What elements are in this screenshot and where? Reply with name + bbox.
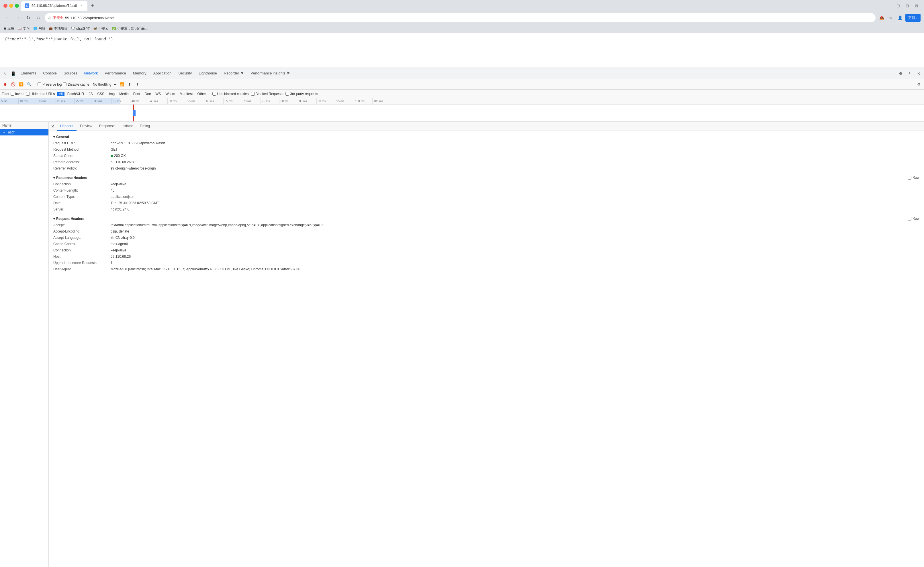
devtools-tab-memory[interactable]: Memory xyxy=(129,68,150,80)
detail-tab-initiator[interactable]: Initiator xyxy=(118,122,136,131)
detail-tab-headers[interactable]: Headers xyxy=(57,122,77,131)
clear-button[interactable]: 🚫 xyxy=(10,81,17,88)
bookmark-apps[interactable]: ▣ 应用 xyxy=(3,26,14,31)
disable-cache-checkbox[interactable]: Disable cache xyxy=(63,82,89,87)
bookmark-local[interactable]: 💼 本地项目 xyxy=(49,26,68,31)
bookmark-website[interactable]: 🌐 网站 xyxy=(33,26,45,31)
request-headers-raw-input[interactable] xyxy=(907,217,911,220)
filter-type-img[interactable]: Img xyxy=(107,92,116,96)
filter-type-font[interactable]: Font xyxy=(132,92,142,96)
address-input-wrap[interactable]: ⚠ 不安全 59.110.68.26/api/demo/1/asdf xyxy=(45,13,876,22)
reload-button[interactable]: ↻ xyxy=(24,14,32,22)
filter-type-media[interactable]: Media xyxy=(117,92,130,96)
update-button[interactable]: 更新 ↓ xyxy=(905,14,921,22)
search-button[interactable]: 🔍 xyxy=(26,81,33,88)
devtools-tab-recorder[interactable]: Recorder ⚑ xyxy=(220,68,247,80)
devtools-cursor-icon[interactable]: ↖ xyxy=(1,70,9,78)
devtools-tab-application[interactable]: Application xyxy=(150,68,175,80)
request-headers-raw-checkbox[interactable]: Raw xyxy=(907,216,919,220)
tab-close-button[interactable]: × xyxy=(80,3,84,8)
hide-data-checkbox[interactable]: Hide data URLs xyxy=(26,92,55,96)
filter-type-other[interactable]: Other xyxy=(196,92,208,96)
window-maximize-button[interactable]: ⊡ xyxy=(903,2,911,10)
devtools-tab-perf-insights[interactable]: Performance insights ⚑ xyxy=(247,68,293,80)
hide-data-input[interactable] xyxy=(26,92,30,96)
devtools-close-button[interactable]: ✕ xyxy=(915,70,923,78)
response-headers-raw-checkbox[interactable]: Raw xyxy=(907,176,919,180)
local-icon: 💼 xyxy=(49,27,53,30)
devtools-more-button[interactable]: ⋮ xyxy=(906,70,914,78)
has-blocked-cookies-input[interactable] xyxy=(212,92,216,96)
connection-key: Connection: xyxy=(53,182,111,187)
response-headers-section-header[interactable]: Response Headers xyxy=(53,174,87,181)
devtools-tab-sources[interactable]: Sources xyxy=(60,68,81,80)
network-settings-button[interactable]: ⚙ xyxy=(915,81,922,88)
request-headers-section-header[interactable]: Request Headers xyxy=(53,215,84,222)
window-close-button[interactable]: ⊠ xyxy=(912,2,921,10)
back-button[interactable]: ← xyxy=(3,14,12,22)
request-headers-raw-label: Raw xyxy=(912,216,919,220)
close-traffic-light[interactable] xyxy=(3,4,8,8)
throttle-select[interactable]: No throttling xyxy=(90,82,117,87)
request-headers-section-title-row: Request Headers Raw xyxy=(53,215,919,222)
filter-type-doc[interactable]: Doc xyxy=(143,92,152,96)
response-headers-raw-input[interactable] xyxy=(907,176,911,180)
detail-tab-timing[interactable]: Timing xyxy=(136,122,153,131)
devtools-tab-performance[interactable]: Performance xyxy=(101,68,129,80)
invert-checkbox[interactable]: Invert xyxy=(11,92,24,96)
status-code-key: Status Code: xyxy=(53,153,111,158)
blocked-requests-checkbox[interactable]: Blocked Requests xyxy=(251,92,283,96)
home-button[interactable]: ⌂ xyxy=(35,14,42,22)
bookmark-button[interactable]: ☆ xyxy=(887,14,895,22)
download-icon[interactable]: ⬇ xyxy=(134,81,141,88)
content-type-val: application/json xyxy=(111,194,919,199)
filter-type-ws[interactable]: WS xyxy=(153,92,163,96)
request-item-asdf[interactable]: ≡ asdf xyxy=(0,129,48,135)
profile-button[interactable]: 👤 xyxy=(896,14,904,22)
devtools-tab-lighthouse[interactable]: Lighthouse xyxy=(195,68,220,80)
address-text[interactable]: 59.110.68.26/api/demo/1/asdf xyxy=(65,16,872,20)
bookmark-chatgpt[interactable]: 💬 chatGPT xyxy=(71,27,90,31)
cast-button[interactable]: 📤 xyxy=(878,14,886,22)
filter-button[interactable]: 🔽 xyxy=(18,81,25,88)
forward-button[interactable]: → xyxy=(14,14,22,22)
devtools-tab-security[interactable]: Security xyxy=(175,68,195,80)
bookmark-xpeng1[interactable]: 🦋 小鹏云 xyxy=(93,26,108,31)
filter-type-manifest[interactable]: Manifest xyxy=(178,92,194,96)
record-button[interactable]: ⏺ xyxy=(2,81,9,88)
filter-type-fetch[interactable]: Fetch/XHR xyxy=(66,92,86,96)
filter-type-css[interactable]: CSS xyxy=(95,92,106,96)
details-close-button[interactable]: ✕ xyxy=(50,123,56,129)
active-tab[interactable]: S 59.110.68.26/api/demo/1/asdf × xyxy=(21,1,87,10)
timeline-highlight xyxy=(0,98,120,104)
invert-input[interactable] xyxy=(11,92,14,96)
minimize-traffic-light[interactable] xyxy=(9,4,13,8)
detail-tab-preview[interactable]: Preview xyxy=(77,122,96,131)
preserve-log-checkbox[interactable]: Preserve log xyxy=(38,82,62,87)
third-party-checkbox[interactable]: 3rd-party requests xyxy=(286,92,318,96)
preserve-log-input[interactable] xyxy=(38,82,41,86)
devtools-settings-button[interactable]: ⚙ xyxy=(897,70,904,78)
filter-type-all[interactable]: All xyxy=(57,92,64,96)
timeline-bar: 5 ms 10 ms 15 ms 20 ms 25 ms 30 ms 35 ms… xyxy=(0,98,924,105)
devtools-tab-elements[interactable]: Elements xyxy=(17,68,39,80)
devtools-tab-bar: ↖ 📱 Elements Console Sources Network Per… xyxy=(0,68,924,80)
devtools-tab-network[interactable]: Network xyxy=(81,68,101,80)
filter-type-js[interactable]: JS xyxy=(87,92,94,96)
bookmark-xpeng2[interactable]: ✅ 小鹏通，知识产品... xyxy=(112,26,147,31)
maximize-traffic-light[interactable] xyxy=(15,4,19,8)
blocked-requests-input[interactable] xyxy=(251,92,255,96)
devtools-tab-console[interactable]: Console xyxy=(39,68,60,80)
bookmark-study[interactable]: 📖 学习 xyxy=(18,26,30,31)
has-blocked-cookies-checkbox[interactable]: Has blocked cookies xyxy=(212,92,248,96)
third-party-input[interactable] xyxy=(286,92,289,96)
filter-type-wasm[interactable]: Wasm xyxy=(164,92,177,96)
detail-row-date: Date: Tue, 25 Jul 2023 02:50:53 GMT xyxy=(53,200,919,206)
general-section-header[interactable]: General xyxy=(53,133,919,140)
devtools-device-icon[interactable]: 📱 xyxy=(9,70,17,78)
new-tab-button[interactable]: + xyxy=(89,2,96,10)
detail-tab-response[interactable]: Response xyxy=(96,122,118,131)
upload-icon[interactable]: ⬆ xyxy=(126,81,133,88)
window-minimize-button[interactable]: ⊟ xyxy=(894,2,902,10)
disable-cache-input[interactable] xyxy=(63,82,66,86)
